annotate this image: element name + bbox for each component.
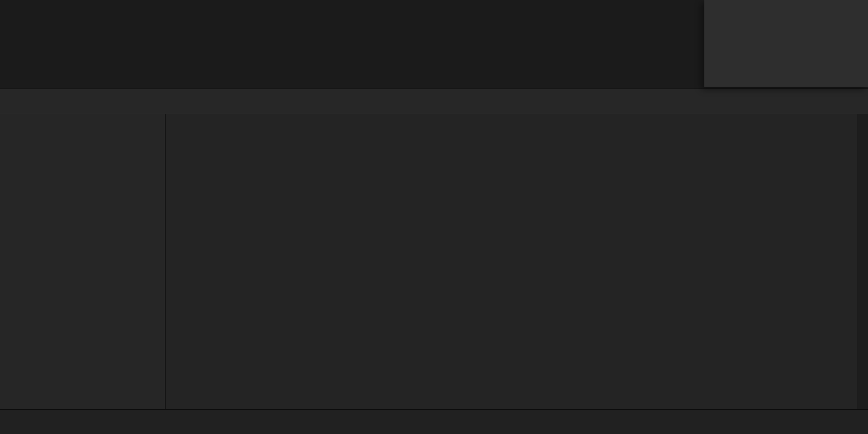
timeline-viewport[interactable] [165,114,857,409]
edit-toolbar [0,89,868,114]
vertical-scrollbar[interactable] [857,114,868,409]
track-header-panel [0,114,165,409]
context-menu [704,0,868,87]
page-tab-bar [0,409,868,434]
